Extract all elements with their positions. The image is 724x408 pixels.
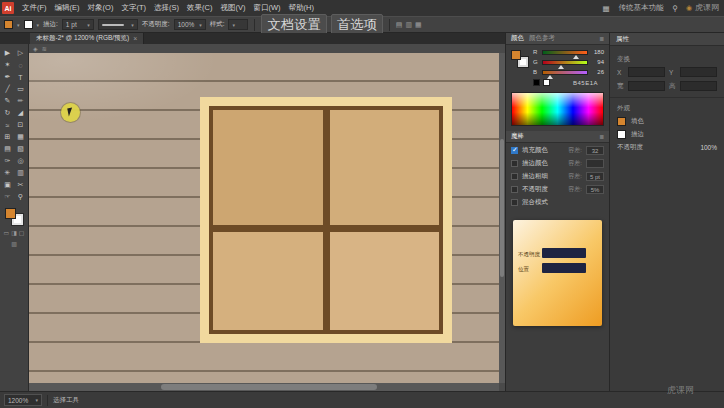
- tool-artboard[interactable]: ▣: [1, 179, 14, 191]
- checkbox-checked-icon[interactable]: [511, 147, 518, 154]
- tool-pen[interactable]: ✒: [1, 71, 14, 83]
- wand-row-value-field[interactable]: 5 pt: [586, 172, 604, 181]
- tool-rotate[interactable]: ↻: [1, 107, 14, 119]
- height-input[interactable]: [680, 81, 717, 91]
- brush-definition-select[interactable]: ▾: [98, 19, 138, 30]
- tool-perspective-grid[interactable]: ▦: [14, 131, 27, 143]
- color-fill-stroke-proxy[interactable]: [511, 50, 528, 67]
- hex-value[interactable]: B45E1A: [573, 80, 598, 86]
- window-frame-artwork[interactable]: [200, 97, 452, 343]
- slider-blue-track[interactable]: [542, 70, 588, 75]
- menu-file[interactable]: 文件(F): [18, 0, 51, 16]
- wand-row-opacity[interactable]: 不透明度 容差: 5%: [511, 185, 604, 194]
- wand-row-value-field[interactable]: [586, 159, 604, 168]
- tool-mesh[interactable]: ▤: [1, 143, 14, 155]
- tool-rectangle[interactable]: ▭: [14, 83, 27, 95]
- workspace-switcher[interactable]: 传统基本功能: [615, 0, 668, 16]
- tool-direct-selection[interactable]: ▷: [14, 47, 27, 59]
- appearance-opacity-row[interactable]: 不透明度 100%: [617, 143, 717, 152]
- slider-green-value[interactable]: 94: [591, 59, 604, 65]
- panel-menu-icon[interactable]: ≣: [599, 133, 604, 140]
- appearance-fill-row[interactable]: 填色: [617, 117, 717, 126]
- stroke-color-swatch[interactable]: [24, 20, 33, 29]
- fill-dropdown-icon[interactable]: ▾: [17, 22, 20, 28]
- fill-proxy-swatch[interactable]: [5, 208, 16, 219]
- window-pane-top-right[interactable]: [330, 110, 440, 225]
- y-input[interactable]: [680, 67, 717, 77]
- tool-graph[interactable]: ▥: [14, 167, 27, 179]
- tab-color-guide[interactable]: 颜色参考: [529, 34, 555, 43]
- menu-object[interactable]: 对象(O): [84, 0, 118, 16]
- document-tab[interactable]: 未标题-2* @ 1200% (RGB/预览) ×: [30, 33, 144, 44]
- menu-effect[interactable]: 效果(C): [183, 0, 216, 16]
- appearance-opacity-value[interactable]: 100%: [700, 144, 717, 151]
- tool-lasso[interactable]: ◌: [14, 59, 27, 71]
- horizontal-scrollbar[interactable]: [29, 383, 499, 391]
- tab-color[interactable]: 颜色: [511, 34, 524, 43]
- checkbox-icon[interactable]: [511, 186, 518, 193]
- appearance-stroke-swatch[interactable]: [617, 130, 626, 139]
- wand-row-value-field[interactable]: 5%: [586, 185, 604, 194]
- white-swatch[interactable]: [543, 79, 550, 86]
- screen-mode-icon[interactable]: ▥: [11, 240, 17, 247]
- tool-width[interactable]: ≈: [1, 119, 14, 131]
- search-icon[interactable]: ⚲: [673, 4, 679, 13]
- fill-stroke-proxy[interactable]: [5, 208, 23, 225]
- slider-green-track[interactable]: [542, 60, 588, 65]
- window-pane-bottom-right[interactable]: [330, 232, 440, 330]
- checkbox-icon[interactable]: [511, 199, 518, 206]
- wand-row-stroke-color[interactable]: 描边颜色 容差:: [511, 159, 604, 168]
- tool-scale[interactable]: ◢: [14, 107, 27, 119]
- tab-properties[interactable]: 属性: [616, 35, 629, 44]
- appearance-fill-swatch[interactable]: [617, 117, 626, 126]
- slider-blue-value[interactable]: 26: [591, 69, 604, 75]
- style-select[interactable]: ▾: [228, 19, 248, 30]
- tool-paintbrush[interactable]: ✎: [1, 95, 14, 107]
- vertical-scrollbar[interactable]: [499, 53, 505, 383]
- menu-select[interactable]: 选择(S): [150, 0, 183, 16]
- color-fill-swatch[interactable]: [511, 50, 521, 60]
- panel-menu-icon[interactable]: ≣: [599, 35, 604, 42]
- align-rows-icon[interactable]: ▥: [405, 21, 412, 29]
- tool-line[interactable]: ╱: [1, 83, 14, 95]
- tool-magic-wand[interactable]: ✶: [1, 59, 14, 71]
- canvas-area[interactable]: ◈ ≋: [29, 44, 505, 391]
- tool-slice[interactable]: ✂: [14, 179, 27, 191]
- x-input[interactable]: [628, 67, 665, 77]
- tool-selection[interactable]: ▶: [1, 47, 14, 59]
- window-pane-top-left[interactable]: [213, 110, 323, 225]
- slider-green-knob[interactable]: [558, 65, 564, 69]
- tab-close-icon[interactable]: ×: [133, 35, 137, 42]
- black-swatch[interactable]: [533, 79, 540, 86]
- stroke-dropdown-icon[interactable]: ▾: [37, 22, 40, 28]
- draw-behind-icon[interactable]: ◨: [11, 229, 17, 236]
- tool-zoom[interactable]: ⚲: [14, 191, 27, 203]
- menu-view[interactable]: 视图(V): [216, 0, 249, 16]
- fill-color-swatch[interactable]: [4, 20, 13, 29]
- width-input[interactable]: [628, 81, 665, 91]
- checkbox-icon[interactable]: [511, 173, 518, 180]
- wand-row-fill-color[interactable]: 填充颜色 容差: 32: [511, 146, 604, 155]
- tool-hand[interactable]: ☞: [1, 191, 14, 203]
- wand-row-blend-mode[interactable]: 混合模式: [511, 198, 604, 207]
- horizontal-scrollbar-thumb[interactable]: [161, 384, 377, 390]
- color-spectrum[interactable]: [511, 92, 604, 126]
- slider-red-knob[interactable]: [573, 55, 579, 59]
- zoom-level-select[interactable]: 1200% ▾: [4, 394, 42, 406]
- tool-pencil[interactable]: ✏: [14, 95, 27, 107]
- checkbox-icon[interactable]: [511, 160, 518, 167]
- tool-gradient[interactable]: ▧: [14, 143, 27, 155]
- menu-type[interactable]: 文字(T): [117, 0, 150, 16]
- slider-blue-knob[interactable]: [547, 75, 553, 79]
- wand-row-stroke-weight[interactable]: 描边粗细 容差: 5 pt: [511, 172, 604, 181]
- menu-edit[interactable]: 编辑(E): [51, 0, 84, 16]
- canvas-options-icon[interactable]: ≋: [42, 45, 47, 52]
- window-pane-bottom-left[interactable]: [213, 232, 323, 330]
- magic-wand-panel-title[interactable]: 魔棒: [511, 132, 524, 141]
- tool-shape-builder[interactable]: ⊞: [1, 131, 14, 143]
- vertical-scrollbar-thumb[interactable]: [500, 139, 504, 278]
- draw-normal-icon[interactable]: ▭: [3, 229, 9, 236]
- stroke-width-select[interactable]: 1 pt ▾: [62, 19, 94, 30]
- tool-eyedropper[interactable]: ✑: [1, 155, 14, 167]
- tool-symbol-sprayer[interactable]: ✳: [1, 167, 14, 179]
